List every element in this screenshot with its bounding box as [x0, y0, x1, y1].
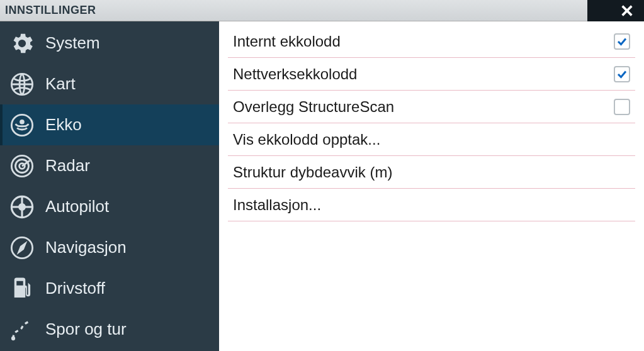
svg-marker-16	[19, 243, 26, 252]
checkbox-overlegg[interactable]	[614, 99, 630, 115]
svg-point-10	[20, 204, 25, 209]
row-vis-opptak[interactable]: Vis ekkolodd opptak...	[228, 123, 635, 156]
sidebar-item-label: Kart	[45, 74, 76, 94]
row-label: Overlegg StructureScan	[233, 98, 394, 116]
sidebar-item-spor[interactable]: Spor og tur	[0, 309, 219, 350]
close-icon	[616, 0, 638, 21]
compass-icon	[8, 233, 37, 262]
sidebar-item-label: Radar	[45, 156, 90, 176]
main-area: System Kart Ekko Radar Autopilot	[0, 21, 644, 351]
sidebar-item-label: Autopilot	[45, 197, 109, 216]
row-installasjon[interactable]: Installasjon...	[228, 189, 635, 221]
svg-point-17	[11, 336, 15, 340]
row-internt-ekkolodd[interactable]: Internt ekkolodd	[228, 25, 635, 58]
sidebar-item-ekko[interactable]: Ekko	[0, 104, 219, 145]
row-label: Nettverksekkolodd	[233, 65, 357, 83]
page-title: INNSTILLINGER	[0, 4, 96, 17]
fuel-icon	[8, 274, 37, 303]
row-label: Installasjon...	[233, 196, 321, 214]
globe-icon	[8, 70, 37, 99]
header-bar: INNSTILLINGER	[0, 0, 644, 21]
row-struktur-dybdeavvik[interactable]: Struktur dybdeavvik (m)	[228, 156, 635, 189]
svg-point-4	[21, 120, 24, 123]
sidebar-item-label: Navigasjon	[45, 238, 127, 257]
sidebar-item-label: Ekko	[45, 115, 82, 135]
checkbox-nettverk[interactable]	[614, 66, 630, 82]
sidebar-item-label: System	[45, 33, 100, 53]
row-label: Internt ekkolodd	[233, 33, 341, 50]
sidebar-item-drivstoff[interactable]: Drivstoff	[0, 268, 219, 309]
row-label: Vis ekkolodd opptak...	[233, 131, 380, 148]
sidebar-item-navigasjon[interactable]: Navigasjon	[0, 227, 219, 268]
content-panel: Internt ekkolodd Nettverksekkolodd Overl…	[219, 21, 644, 351]
sidebar-item-label: Spor og tur	[45, 320, 127, 339]
gear-icon	[8, 29, 37, 58]
checkbox-internt[interactable]	[614, 33, 630, 50]
sidebar-item-radar[interactable]: Radar	[0, 145, 219, 186]
sidebar-item-label: Drivstoff	[45, 279, 105, 298]
sidebar: System Kart Ekko Radar Autopilot	[0, 21, 219, 351]
close-button[interactable]	[587, 0, 644, 21]
svg-point-3	[11, 114, 32, 135]
row-label: Struktur dybdeavvik (m)	[233, 164, 392, 181]
row-overlegg-structurescan[interactable]: Overlegg StructureScan	[228, 91, 635, 123]
sonar-icon	[8, 111, 37, 140]
sidebar-item-system[interactable]: System	[0, 23, 219, 64]
row-nettverksekkolodd[interactable]: Nettverksekkolodd	[228, 58, 635, 91]
sidebar-item-autopilot[interactable]: Autopilot	[0, 186, 219, 227]
track-icon	[8, 315, 37, 344]
wheel-icon	[8, 192, 37, 221]
radar-icon	[8, 152, 37, 181]
sidebar-item-kart[interactable]: Kart	[0, 64, 219, 104]
